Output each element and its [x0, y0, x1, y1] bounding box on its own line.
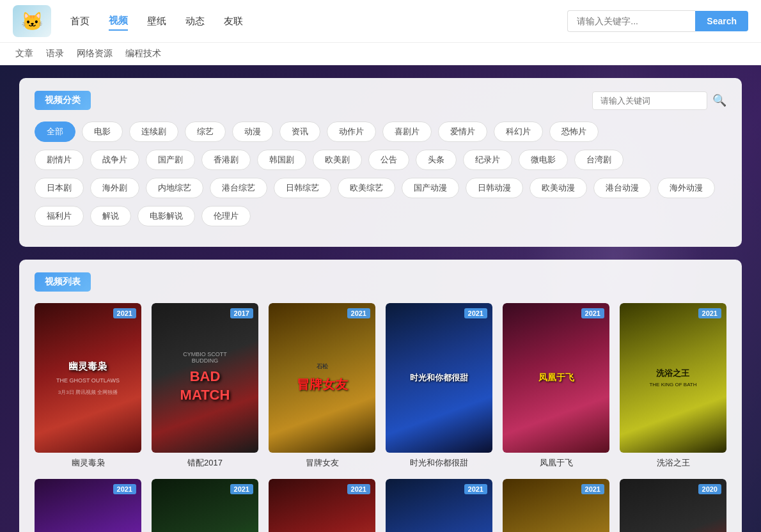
video-thumb-5: 凤凰于飞 2021	[503, 303, 609, 453]
tag-overseas-anime[interactable]: 海外动漫	[657, 178, 715, 198]
video-card-5[interactable]: 凤凰于飞 2021 凤凰于飞	[503, 303, 609, 469]
nav-video[interactable]: 视频	[109, 12, 128, 31]
tag-cn-variety[interactable]: 内地综艺	[146, 178, 203, 198]
video-card-11[interactable]: 2021	[503, 479, 609, 532]
subnav-quotes[interactable]: 语录	[46, 48, 64, 59]
video-list-header: 视频列表	[35, 272, 726, 292]
video-title-4: 时光和你都很甜	[386, 457, 492, 469]
tag-comedy[interactable]: 喜剧片	[382, 121, 432, 142]
year-badge-5: 2021	[581, 308, 604, 318]
tag-movie-commentary[interactable]: 电影解说	[137, 206, 195, 226]
tag-row-1: 全部 电影 连续剧 综艺 动漫 资讯 动作片 喜剧片 爱情片 科幻片 恐怖片	[35, 121, 726, 142]
category-search-input[interactable]	[592, 91, 707, 110]
poster-6-title: 洗浴之王	[656, 368, 689, 379]
tag-jpkr-variety[interactable]: 日韩综艺	[274, 178, 331, 198]
tag-us-drama[interactable]: 欧美剧	[313, 150, 362, 170]
subnav-resources[interactable]: 网络资源	[77, 48, 113, 59]
tag-drama[interactable]: 剧情片	[35, 150, 84, 170]
tag-hktw-anime[interactable]: 港台动漫	[593, 178, 651, 198]
video-card-6[interactable]: 洗浴之王 THE KING OF BATH 2021 洗浴之王	[620, 303, 726, 469]
nav-dynamic[interactable]: 动态	[185, 13, 205, 30]
video-thumb-8: 哦不,老板在右 2021	[152, 479, 258, 532]
poster-2-studio: CYMBIO SCOTTBUDDING	[183, 351, 227, 364]
tag-cn-anime[interactable]: 国产动漫	[402, 178, 459, 198]
category-search-area: 🔍	[592, 91, 726, 110]
video-card-8[interactable]: 哦不,老板在右 2021	[152, 479, 258, 532]
poster-2: CYMBIO SCOTTBUDDING BADMATCH	[152, 303, 258, 453]
video-card-2[interactable]: CYMBIO SCOTTBUDDING BADMATCH 2017 错配2017	[152, 303, 258, 469]
header-search-button[interactable]: Search	[695, 11, 748, 31]
tag-movie[interactable]: 电影	[82, 121, 123, 142]
tag-ethics[interactable]: 伦理片	[201, 206, 251, 226]
video-thumb-12: 2020	[620, 479, 726, 532]
tag-kr-drama[interactable]: 韩国剧	[257, 150, 306, 170]
video-card-3[interactable]: 石松 冒牌女友 2021 冒牌女友	[269, 303, 375, 469]
tag-jpkr-anime[interactable]: 日韩动漫	[466, 178, 523, 198]
poster-4: 时光和你都很甜	[386, 303, 492, 453]
poster-6-sub: THE KING OF BATH	[649, 382, 696, 387]
poster-6: 洗浴之王 THE KING OF BATH	[620, 303, 726, 453]
category-title: 视频分类	[35, 91, 91, 110]
nav-links[interactable]: 友联	[224, 13, 243, 30]
video-card-7[interactable]: 2021	[35, 479, 141, 532]
category-search-icon-btn[interactable]: 🔍	[712, 93, 726, 107]
poster-1: 幽灵毒枭 THE GHOST OUTLAWS 3月3日 腾讯视频 全网独播	[35, 303, 141, 453]
video-title-2: 错配2017	[152, 457, 258, 469]
tag-documentary[interactable]: 纪录片	[463, 150, 512, 170]
tag-cn-drama[interactable]: 国产剧	[146, 150, 195, 170]
video-thumb-7: 2021	[35, 479, 141, 532]
header-search-area: Search	[567, 10, 748, 32]
tag-jp-drama[interactable]: 日本剧	[35, 178, 84, 198]
tag-variety[interactable]: 综艺	[185, 121, 226, 142]
poster-5: 凤凰于飞	[503, 303, 609, 453]
tag-overseas-drama[interactable]: 海外剧	[90, 178, 139, 198]
tag-hktw-variety[interactable]: 港台综艺	[210, 178, 267, 198]
year-badge-3: 2021	[347, 308, 370, 318]
header-search-input[interactable]	[567, 10, 695, 32]
video-card-1[interactable]: 幽灵毒枭 THE GHOST OUTLAWS 3月3日 腾讯视频 全网独播 20…	[35, 303, 141, 469]
subnav-programming[interactable]: 编程技术	[125, 48, 161, 59]
video-grid-row2: 2021 哦不,老板在右 2021	[35, 479, 726, 532]
year-badge-4: 2021	[464, 308, 487, 318]
video-card-4[interactable]: 时光和你都很甜 2021 时光和你都很甜	[386, 303, 492, 469]
video-thumb-3: 石松 冒牌女友 2021	[269, 303, 375, 453]
year-badge-10: 2021	[464, 484, 487, 494]
video-card-10[interactable]: 2021	[386, 479, 492, 532]
video-title-6: 洗浴之王	[620, 457, 726, 469]
tag-notice[interactable]: 公告	[368, 150, 409, 170]
poster-4-title: 时光和你都很甜	[410, 372, 468, 384]
tag-short-film[interactable]: 微电影	[519, 150, 568, 170]
tag-tw-drama[interactable]: 台湾剧	[574, 150, 624, 170]
tag-all[interactable]: 全部	[35, 121, 75, 142]
tag-hk-drama[interactable]: 香港剧	[201, 150, 251, 170]
tag-commentary[interactable]: 解说	[90, 206, 131, 226]
subnav-article[interactable]: 文章	[15, 48, 33, 59]
tag-welfare[interactable]: 福利片	[35, 206, 84, 226]
tag-us-anime[interactable]: 欧美动漫	[530, 178, 587, 198]
video-card-12[interactable]: 2020	[620, 479, 726, 532]
logo[interactable]: 🐱	[13, 5, 51, 37]
tag-horror[interactable]: 恐怖片	[549, 121, 599, 142]
tag-anime[interactable]: 动漫	[232, 121, 273, 142]
video-grid-row1: 幽灵毒枭 THE GHOST OUTLAWS 3月3日 腾讯视频 全网独播 20…	[35, 303, 726, 469]
video-thumb-1: 幽灵毒枭 THE GHOST OUTLAWS 3月3日 腾讯视频 全网独播 20…	[35, 303, 141, 453]
tag-scifi[interactable]: 科幻片	[494, 121, 543, 142]
poster-6-content: 洗浴之王 THE KING OF BATH	[649, 303, 696, 453]
tag-us-variety[interactable]: 欧美综艺	[338, 178, 395, 198]
nav-wallpaper[interactable]: 壁纸	[147, 13, 166, 30]
year-badge-2: 2017	[230, 308, 253, 318]
tag-romance[interactable]: 爱情片	[438, 121, 487, 142]
category-header: 视频分类 🔍	[35, 91, 726, 110]
poster-3-top: 石松	[317, 363, 328, 371]
tag-series[interactable]: 连续剧	[129, 121, 178, 142]
poster-5-title: 凤凰于飞	[538, 372, 574, 384]
tag-row-3: 日本剧 海外剧 内地综艺 港台综艺 日韩综艺 欧美综艺 国产动漫 日韩动漫 欧美…	[35, 178, 726, 198]
poster-3: 石松 冒牌女友	[269, 303, 375, 453]
tag-action[interactable]: 动作片	[327, 121, 376, 142]
video-card-9[interactable]: 2021	[269, 479, 375, 532]
nav-home[interactable]: 首页	[70, 13, 90, 30]
main-nav: 首页 视频 壁纸 动态 友联	[70, 12, 243, 31]
tag-news[interactable]: 资讯	[279, 121, 320, 142]
tag-war[interactable]: 战争片	[90, 150, 139, 170]
tag-headline[interactable]: 头条	[416, 150, 457, 170]
